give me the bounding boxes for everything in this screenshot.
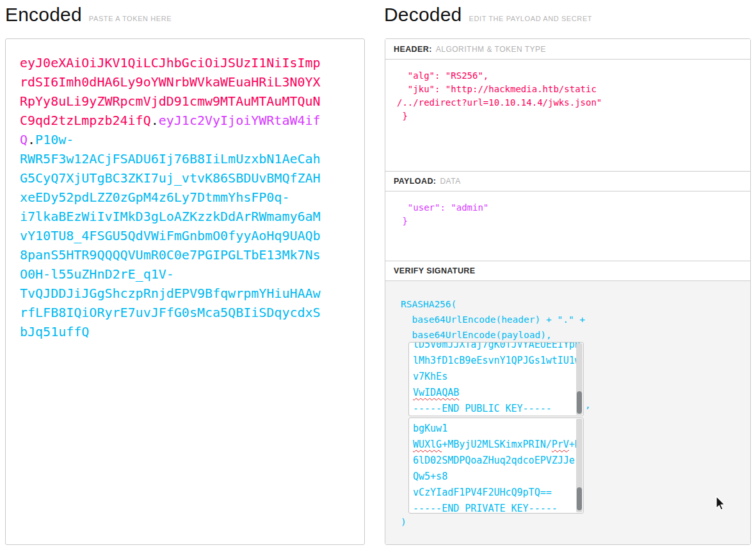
token-signature-segment: P10w-RWR5F3w12ACjFSADU6Ij76B8IiLmUzxbN1A… <box>20 132 321 339</box>
jwt-token-text[interactable]: eyJ0eXAiOiJKV1QiLCJhbGciOiJSUzI1NiIsImpr… <box>20 53 323 341</box>
encoded-title: Encoded <box>5 4 82 26</box>
private-key-textarea[interactable]: bgKuw1WUXlG+MByjU2MLSKimxPRIN/PrV+D6lD02… <box>408 418 584 514</box>
payload-json-editor[interactable]: "user": "admin" } <box>385 191 750 261</box>
verify-section-label-row: VERIFY SIGNATURE <box>385 261 750 281</box>
public-key-textarea[interactable]: lD5V0mJJXTaj7gK0TJVYAEUEEIYpBlMh3fD1cB9e… <box>408 342 584 416</box>
decoded-title: Decoded <box>384 4 462 26</box>
verify-code-comma: , <box>585 400 591 410</box>
private-key-scrollbar[interactable] <box>576 419 583 512</box>
decoded-subtitle: EDIT THE PAYLOAD AND SECRET <box>469 15 593 22</box>
header-section-sublabel: ALGORITHM & TOKEN TYPE <box>436 45 546 54</box>
payload-section-label-row: PAYLOAD: DATA <box>385 171 750 191</box>
public-key-scrollbar-thumb[interactable] <box>577 391 582 414</box>
header-section-label-row: HEADER: ALGORITHM & TOKEN TYPE <box>385 39 750 60</box>
payload-json-text[interactable]: "user": "admin" } <box>397 201 488 228</box>
public-key-scrollbar[interactable] <box>576 343 583 415</box>
decoded-box: HEADER: ALGORITHM & TOKEN TYPE "alg": "R… <box>385 38 751 545</box>
verify-code-closing-paren: ) <box>401 517 406 527</box>
private-key-text: bgKuw1WUXlG+MByjU2MLSKimxPRIN/PrV+D6lD02… <box>409 418 583 514</box>
private-key-scrollbar-thumb[interactable] <box>577 487 582 511</box>
token-separator-dot: . <box>151 113 159 128</box>
verify-algorithm-code: RSASHA256( base64UrlEncode(header) + "."… <box>401 296 585 343</box>
encoded-subtitle: PASTE A TOKEN HERE <box>89 15 172 22</box>
payload-section-label: PAYLOAD: <box>394 177 436 186</box>
decoded-panel-header: Decoded EDIT THE PAYLOAD AND SECRET <box>384 4 592 26</box>
encoded-panel-header: Encoded PASTE A TOKEN HERE <box>5 4 172 26</box>
token-separator-dot: . <box>28 132 35 147</box>
encoded-token-editor[interactable]: eyJ0eXAiOiJKV1QiLCJhbGciOiJSUzI1NiIsImpr… <box>5 38 365 545</box>
header-json-editor[interactable]: "alg": "RS256", "jku": "http://hackmedia… <box>385 60 750 171</box>
header-json-text[interactable]: "alg": "RS256", "jku": "http://hackmedia… <box>397 69 602 123</box>
payload-section-sublabel: DATA <box>440 177 460 186</box>
verify-signature-area: RSASHA256( base64UrlEncode(header) + "."… <box>385 281 750 544</box>
public-key-text: lD5V0mJJXTaj7gK0TJVYAEUEEIYpBlMh3fD1cB9e… <box>409 342 583 416</box>
verify-signature-label: VERIFY SIGNATURE <box>394 266 475 275</box>
header-section-label: HEADER: <box>394 45 432 54</box>
